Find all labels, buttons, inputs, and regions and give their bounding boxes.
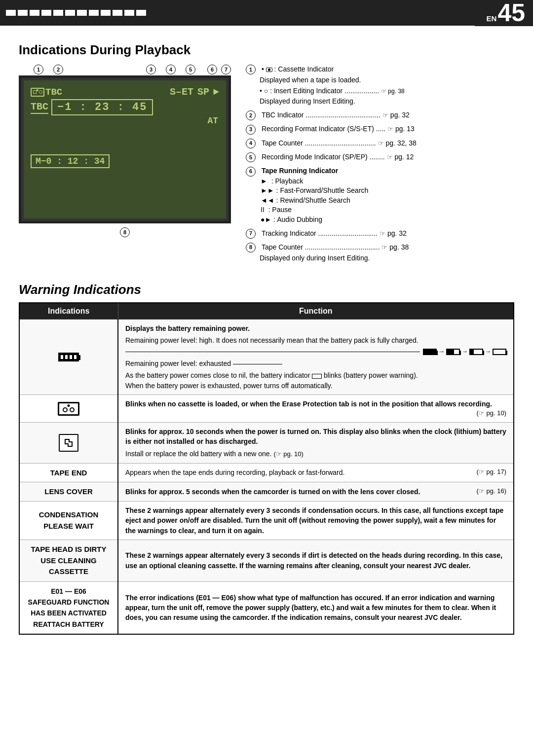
- ind7-main: Tracking Indicator .....................…: [262, 229, 407, 237]
- error-codes-body: The error indications (E01 — E06) show w…: [125, 594, 496, 622]
- ind1-sub1: Displayed when a tape is loaded.: [260, 75, 514, 85]
- condensation-ind-cell: CONDENSATIONPLEASE WAIT: [19, 502, 118, 540]
- tape-head-function: These 2 warnings appear alternately ever…: [118, 540, 514, 582]
- bat-func-body4: When the battery power is exhausted, pow…: [125, 381, 506, 391]
- stripe-5: [53, 10, 63, 16]
- stripe-7: [77, 10, 87, 16]
- tape-end-body: Appears when the tape ends during record…: [125, 468, 344, 476]
- lens-cover-body: Blinks for approx. 5 seconds when the ca…: [125, 488, 420, 496]
- indicator-item-4: 4 Tape Counter .........................…: [246, 139, 514, 148]
- clock-func-body: Install or replace the old battery with …: [125, 449, 506, 459]
- clock-function: Blinks for approx. 10 seconds when the p…: [118, 423, 514, 463]
- ind5-main: Recording Mode Indicator (SP/EP) .......…: [262, 153, 414, 161]
- page-number: 45: [497, 0, 525, 25]
- battery-chain: X → → →: [423, 347, 506, 357]
- stripe-4: [41, 10, 51, 16]
- stripe-11: [124, 10, 134, 16]
- stripe-2: [18, 10, 28, 16]
- tape-head-ind-cell: TAPE HEAD IS DIRTYUSE CLEANINGCASSETTE: [19, 540, 118, 582]
- set-et-label: S–ET: [170, 86, 193, 98]
- bat-func-bold: Displays the battery remaining power.: [125, 324, 506, 333]
- col-indications: Indications: [19, 303, 118, 320]
- ind4-main: Tape Counter ...........................…: [262, 139, 417, 147]
- circle-2: 2: [53, 65, 63, 74]
- table-row-condensation: CONDENSATIONPLEASE WAIT These 2 warnings…: [19, 502, 514, 540]
- indicator-item-6: 6 Tape Running Indicator ► : Playback ►►…: [246, 166, 514, 224]
- section2-title: Warning Indications: [19, 282, 514, 297]
- indicator-item-2: 2 TBC Indicator ........................…: [246, 110, 514, 120]
- ind6-pause: II : Pause: [261, 205, 514, 215]
- ind8-sub: Displayed only during Insert Editing.: [260, 253, 514, 263]
- tape-head-body: These 2 warnings appear alternately ever…: [125, 551, 502, 569]
- cass-func-bold: Blinks when no cassette is loaded, or wh…: [125, 400, 492, 408]
- battery-full-icon: [58, 353, 79, 361]
- circle-5: 5: [186, 65, 195, 74]
- en-label: EN: [487, 14, 497, 23]
- indicator-item-1: 1 • : Cassette Indicator Displayed when …: [246, 65, 514, 107]
- play-arrow-lcd: ►: [213, 86, 219, 98]
- table-row-tape-head: TAPE HEAD IS DIRTYUSE CLEANINGCASSETTE T…: [19, 540, 514, 582]
- cassette-function: Blinks when no cassette is loaded, or wh…: [118, 395, 514, 423]
- cass-ref: (☞ pg. 10): [477, 409, 506, 418]
- svg-marker-0: [65, 439, 72, 446]
- lcd-screen: TBC S–ET SP ► TBC −1 : 23 : 45 AT: [24, 80, 226, 218]
- tape-end-label: TAPE END: [50, 468, 87, 477]
- table-row-battery: Displays the battery remaining power. Re…: [19, 319, 514, 395]
- table-row-lens-cover: LENS COVER Blinks for approx. 5 seconds …: [19, 482, 514, 502]
- condensation-label: CONDENSATIONPLEASE WAIT: [39, 510, 99, 530]
- clock-func-bold: Blinks for approx. 10 seconds when the p…: [125, 428, 506, 445]
- tape-end-function: Appears when the tape ends during record…: [118, 463, 514, 482]
- at-label: AT: [31, 116, 219, 126]
- error-codes-label: E01 — E06SAFEGUARD FUNCTIONHAS BEEN ACTI…: [28, 587, 110, 628]
- circle-7: 7: [221, 65, 231, 74]
- circle-8: 8: [120, 227, 130, 237]
- clock-ind-cell: [19, 423, 118, 463]
- stripe-8: [89, 10, 99, 16]
- page-number-area: EN 45: [475, 0, 533, 26]
- lcd-area: 1 2 3 4 5 6 7: [19, 65, 231, 267]
- col-function: Function: [118, 303, 514, 320]
- condensation-body: These 2 warnings appear alternately ever…: [125, 506, 503, 535]
- stripe-6: [65, 10, 75, 16]
- circle-1: 1: [34, 65, 43, 74]
- section1-title: Indications During Playback: [19, 42, 514, 58]
- indicators-list: 1 • : Cassette Indicator Displayed when …: [246, 65, 514, 267]
- error-codes-function: The error indications (E01 — E06) show w…: [118, 581, 514, 634]
- stripe-1: [6, 10, 16, 16]
- batt-empty: [493, 349, 506, 355]
- bat-func-body1: Remaining power level: high. It does not…: [125, 335, 506, 357]
- circle-3: 3: [146, 65, 156, 74]
- indicator-item-3: 3 Recording Format Indicator (S/S-ET) ..…: [246, 124, 514, 134]
- lens-cover-label: LENS COVER: [44, 487, 93, 496]
- table-row-cassette: Blinks when no cassette is loaded, or wh…: [19, 395, 514, 423]
- stripe-10: [113, 10, 122, 16]
- battery-function: Displays the battery remaining power. Re…: [118, 319, 514, 395]
- lcd-outer-border: TBC S–ET SP ► TBC −1 : 23 : 45 AT: [19, 75, 231, 223]
- ind6-playback: ► : Playback: [261, 177, 514, 186]
- lens-cover-function: Blinks for approx. 5 seconds when the ca…: [118, 482, 514, 502]
- tape-head-label: TAPE HEAD IS DIRTYUSE CLEANINGCASSETTE: [31, 545, 106, 576]
- lens-cover-ind-cell: LENS COVER: [19, 482, 118, 502]
- ind8-main: Tape Counter ...........................…: [262, 243, 409, 251]
- bat-func-body2: Remaining power level: exhausted: [125, 359, 506, 368]
- condensation-function: These 2 warnings appear alternately ever…: [118, 502, 514, 540]
- ind1-main: • : Cassette Indicator: [262, 65, 334, 73]
- ind6-main: Tape Running Indicator: [262, 167, 338, 175]
- cassette-icon-warning: [58, 402, 79, 416]
- clock-battery-icon: [59, 434, 78, 452]
- table-row-tape-end: TAPE END Appears when the tape ends duri…: [19, 463, 514, 482]
- ind2-main: TBC Indicator ..........................…: [262, 111, 410, 119]
- batt-half: [446, 349, 460, 355]
- ind6-dub: ●► : Audio Dubbing: [261, 215, 514, 225]
- circle-6: 6: [207, 65, 217, 74]
- tbc-underline: TBC: [31, 101, 48, 114]
- ind6-ff: ►► : Fast-Forward/Shuttle Search: [261, 186, 514, 196]
- memory-counter: M−0 : 12 : 34: [31, 156, 219, 166]
- stripe-3: [30, 10, 39, 16]
- batt-full: X: [423, 349, 437, 355]
- stripe-9: [101, 10, 111, 16]
- ind3-main: Recording Format Indicator (S/S-ET) ....…: [262, 125, 415, 133]
- tbc-label-lcd: TBC: [45, 87, 62, 98]
- cassette-icon-lcd: [31, 88, 44, 97]
- lens-cover-ref: (☞ pg. 16): [477, 487, 506, 496]
